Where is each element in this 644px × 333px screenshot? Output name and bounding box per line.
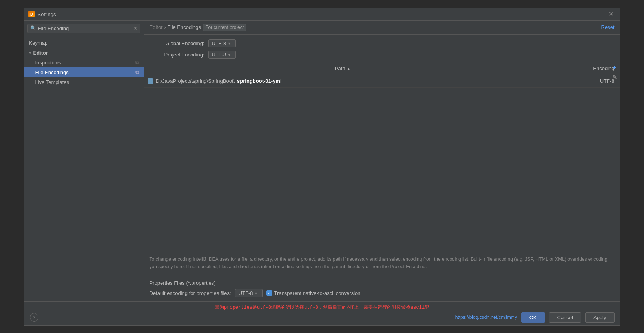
global-encoding-row: Global Encoding: UTF-8 ▾ <box>150 39 615 47</box>
th-path: Path ▲ <box>144 64 542 73</box>
status-text: 因为properties是utf-8编码的所以选择utf-8，然后后面的√打上，… <box>30 304 615 311</box>
sort-asc: ▲ <box>347 67 350 71</box>
search-wrap: 🔍 ✕ <box>27 24 140 33</box>
sidebar-item-inspections[interactable]: Inspections ⧉ <box>24 58 144 67</box>
checkbox-wrap: ✓ Transparent native-to-ascii conversion <box>266 290 361 296</box>
properties-section: Properties Files (*.properties) Default … <box>144 276 620 301</box>
main-header: Editor › File Encodings For current proj… <box>144 21 620 35</box>
breadcrumb-current: File Encodings <box>168 24 201 30</box>
editor-label: Editor <box>33 50 48 56</box>
default-encoding-label: Default encoding for properties files: <box>150 290 231 296</box>
file-icon <box>147 78 153 84</box>
settings-area: Global Encoding: UTF-8 ▾ Project Encodin… <box>144 35 620 62</box>
properties-encoding-value: UTF-8 <box>239 290 253 296</box>
properties-row: Default encoding for properties files: U… <box>150 289 615 297</box>
project-encoding-label: Project Encoding: <box>150 52 204 58</box>
sidebar-item-file-encodings[interactable]: File Encodings ⧉ <box>24 67 144 77</box>
keymap-label: Keymap <box>29 40 48 46</box>
properties-encoding-dropdown[interactable]: UTF-8 ▾ <box>235 289 263 297</box>
breadcrumb-editor: Editor <box>150 24 163 30</box>
app-icon: IJ <box>28 11 35 17</box>
path-prefix: D:\JavaProjects\spring\SpringBoot\ <box>156 78 235 84</box>
project-encoding-value: UTF-8 <box>212 52 226 58</box>
copy-icon: ⧉ <box>135 60 139 65</box>
global-encoding-value: UTF-8 <box>212 40 226 46</box>
csdn-link[interactable]: https://blog.csdn.net/cmjimmy <box>455 315 517 320</box>
nav-tree: Keymap ▾ Editor Inspections ⧉ File Encod… <box>24 36 144 301</box>
dropdown-arrow-3: ▾ <box>255 291 257 295</box>
search-icon: 🔍 <box>30 25 36 31</box>
dropdown-arrow-1: ▾ <box>228 41 230 45</box>
td-encoding: UTF-8 <box>542 76 620 86</box>
expand-icon: ▾ <box>29 51 31 55</box>
apply-button[interactable]: Apply <box>585 312 615 323</box>
info-text: To change encoding IntelliJ IDEA uses fo… <box>144 251 620 275</box>
global-encoding-label: Global Encoding: <box>150 40 204 46</box>
sidebar-item-keymap[interactable]: Keymap <box>24 38 144 48</box>
table-area: Path ▲ Encoding + ✎ D:\Jav <box>144 62 620 276</box>
copy-icon-selected: ⧉ <box>135 69 139 75</box>
table-actions: + ✎ <box>609 62 620 83</box>
file-icon-inner <box>148 78 153 84</box>
project-encoding-row: Project Encoding: UTF-8 ▾ <box>150 51 615 59</box>
settings-window: IJ Settings ✕ 🔍 ✕ Keymap ▾ Editor <box>24 8 620 326</box>
edit-encoding-button[interactable]: ✎ <box>611 73 618 81</box>
bottom-actions-row: ? https://blog.csdn.net/cmjimmy OK Cance… <box>30 312 615 323</box>
bottom-bar: 因为properties是utf-8编码的所以选择utf-8，然后后面的√打上，… <box>24 301 620 325</box>
breadcrumb-sep: › <box>164 24 166 30</box>
search-input[interactable] <box>38 25 131 31</box>
cancel-button[interactable]: Cancel <box>549 312 581 323</box>
search-box: 🔍 ✕ <box>24 21 144 36</box>
transparent-checkbox[interactable]: ✓ <box>266 290 272 296</box>
th-encoding: Encoding <box>542 64 620 73</box>
sidebar: 🔍 ✕ Keymap ▾ Editor Inspections ⧉ <box>24 21 144 301</box>
table-header: Path ▲ Encoding <box>144 62 620 75</box>
reset-button[interactable]: Reset <box>601 24 615 30</box>
close-button[interactable]: ✕ <box>606 10 616 18</box>
add-encoding-button[interactable]: + <box>611 64 618 72</box>
table-body: D:\JavaProjects\spring\SpringBoot\spring… <box>144 75 620 251</box>
titlebar-left: IJ Settings <box>28 11 56 17</box>
file-encodings-label: File Encodings <box>35 69 69 75</box>
bottom-buttons: https://blog.csdn.net/cmjimmy OK Cancel … <box>455 312 615 323</box>
sidebar-item-editor[interactable]: ▾ Editor <box>24 48 144 58</box>
checkbox-checkmark: ✓ <box>268 291 271 295</box>
checkbox-label: Transparent native-to-ascii conversion <box>274 290 361 296</box>
dropdown-arrow-2: ▾ <box>228 53 230 57</box>
clear-icon[interactable]: ✕ <box>133 25 138 31</box>
window-title: Settings <box>38 11 56 17</box>
live-templates-label: Live Templates <box>35 79 69 85</box>
td-path: D:\JavaProjects\spring\SpringBoot\spring… <box>144 76 542 86</box>
table-row[interactable]: D:\JavaProjects\spring\SpringBoot\spring… <box>144 75 620 88</box>
ok-button[interactable]: OK <box>521 312 545 323</box>
content-area: 🔍 ✕ Keymap ▾ Editor Inspections ⧉ <box>24 21 620 301</box>
project-encoding-dropdown[interactable]: UTF-8 ▾ <box>208 51 236 59</box>
breadcrumb-tag: For current project <box>203 24 246 31</box>
inspections-label: Inspections <box>35 60 61 66</box>
path-bold: springboot-01-yml <box>237 78 281 84</box>
titlebar: IJ Settings ✕ <box>24 8 620 21</box>
breadcrumb: Editor › File Encodings For current proj… <box>150 24 247 31</box>
sidebar-item-live-templates[interactable]: Live Templates <box>24 77 144 87</box>
main-panel: Editor › File Encodings For current proj… <box>144 21 620 301</box>
global-encoding-dropdown[interactable]: UTF-8 ▾ <box>208 39 236 47</box>
properties-title: Properties Files (*.properties) <box>150 280 615 286</box>
help-button[interactable]: ? <box>30 313 38 322</box>
